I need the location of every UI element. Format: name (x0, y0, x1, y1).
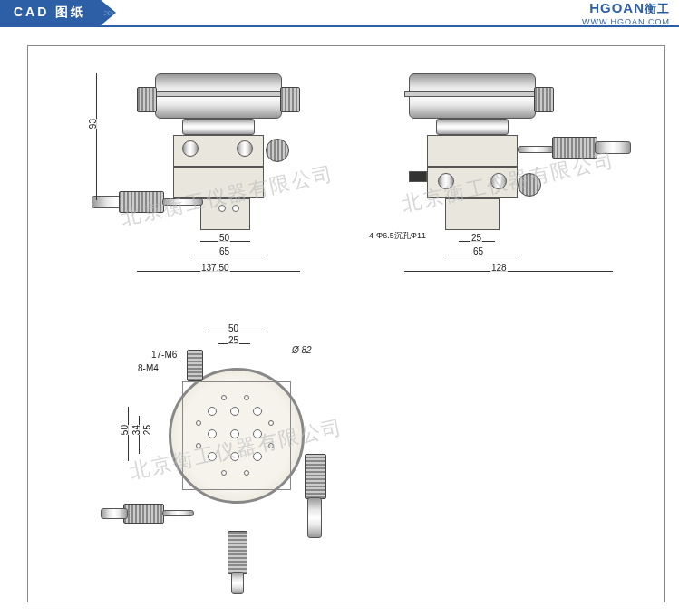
vertical-knob (187, 350, 203, 381)
brand-block: HGOAN衡工 WWW.HGOAN.COM (582, 0, 670, 26)
dim-line (404, 271, 613, 272)
brand-url: WWW.HGOAN.COM (582, 17, 670, 26)
lock-knob (266, 139, 289, 162)
lower-stage (173, 167, 264, 198)
side-knob-left (137, 87, 157, 112)
dim-inner: 25 (470, 233, 482, 243)
dim-base-width: 65 (218, 246, 230, 256)
base-block (445, 198, 500, 230)
micrometer-thimble (119, 191, 164, 213)
micrometer-barrel (101, 508, 128, 519)
mounting-hole (218, 205, 226, 212)
disc-scale-band (404, 91, 540, 97)
base-block (200, 198, 250, 230)
dim-outer-x: 50 (228, 323, 239, 333)
view-front: 93 50 65 137.50 (82, 64, 318, 300)
micrometer-thimble (228, 531, 247, 574)
lock-knob (518, 173, 541, 197)
page-title: CAD 图纸 (0, 0, 100, 25)
micrometer-spindle (162, 198, 203, 206)
brand-logo: HGOAN衡工 (582, 0, 670, 17)
chevron-right-icon: >> (100, 0, 127, 26)
micrometer-spindle (162, 510, 194, 516)
header-left: CAD 图纸 >> (0, 0, 127, 25)
micrometer-thimble (123, 504, 164, 524)
micrometer-thimble (305, 454, 326, 499)
knob (534, 87, 554, 112)
micrometer-barrel (595, 141, 631, 154)
dim-total: 128 (490, 263, 508, 273)
micrometer-barrel (231, 572, 244, 594)
diameter: Ø 82 (291, 345, 313, 355)
callout-m6: 17-M6 (150, 350, 178, 360)
micrometer-barrel (307, 497, 322, 538)
micrometer-spindle (518, 146, 554, 153)
disc-neck (182, 119, 255, 135)
dim-inner-y: 25 (141, 425, 153, 435)
dim-height: 93 (87, 119, 99, 129)
dim-total-width: 137.50 (200, 263, 230, 273)
upper-stage (427, 135, 518, 167)
bolt-head (182, 140, 199, 157)
micrometer-thimble (552, 137, 597, 159)
dim-base: 65 (472, 246, 484, 256)
dim-inner-width: 50 (218, 233, 230, 243)
header-bar: CAD 图纸 >> HGOAN衡工 WWW.HGOAN.COM (0, 0, 679, 27)
dim-outer-y: 50 (119, 425, 131, 435)
clamp (409, 171, 427, 182)
bolt-head (237, 140, 253, 157)
dim-inner-x: 25 (228, 335, 239, 345)
bolt-head (438, 173, 454, 189)
bolt-head (490, 173, 507, 189)
side-knob (280, 87, 300, 112)
drawing-canvas: 93 50 65 137.50 4-Φ6.5沉孔Φ11 25 65 128 (27, 45, 665, 602)
view-side: 4-Φ6.5沉孔Φ11 25 65 128 (354, 64, 626, 300)
disc-scale-band (150, 91, 286, 97)
stage-outline (182, 381, 291, 490)
dim-line (96, 73, 97, 200)
callout-m4: 8-M4 (137, 363, 160, 373)
mounting-hole (232, 205, 239, 212)
disc-neck (436, 119, 509, 135)
hole-callout: 4-Φ6.5沉孔Φ11 (368, 230, 427, 242)
view-top: 17-M6 8-M4 Ø 82 50 25 50 34 25 (101, 318, 373, 590)
